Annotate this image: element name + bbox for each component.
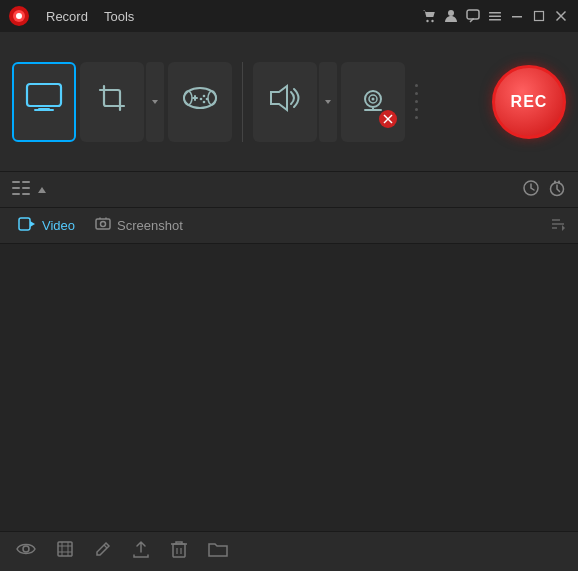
chevron-up-icon [36, 184, 48, 196]
svg-point-31 [372, 97, 375, 100]
video-tab-icon [18, 217, 36, 234]
app-logo [8, 5, 30, 27]
svg-point-25 [184, 91, 192, 105]
svg-point-2 [16, 13, 22, 19]
svg-marker-17 [152, 100, 158, 104]
svg-rect-45 [19, 218, 30, 230]
crop-icon [96, 82, 128, 121]
svg-rect-10 [512, 16, 522, 18]
user-icon[interactable] [442, 7, 460, 25]
audio-dropdown-button[interactable] [319, 62, 337, 142]
webcam-group [341, 62, 405, 142]
svg-marker-28 [325, 100, 331, 104]
svg-marker-52 [562, 225, 565, 231]
webcam-button[interactable] [341, 62, 405, 142]
svg-rect-38 [12, 193, 20, 195]
screenshot-tab-label: Screenshot [117, 218, 183, 233]
gamepad-icon [181, 84, 219, 119]
menu-record[interactable]: Record [38, 5, 96, 28]
svg-rect-9 [489, 19, 501, 21]
audio-button[interactable] [253, 62, 317, 142]
content-area [0, 244, 578, 531]
svg-point-3 [426, 20, 428, 22]
svg-point-26 [208, 91, 216, 105]
svg-point-4 [431, 20, 433, 22]
secondary-toolbar [0, 172, 578, 208]
screen-record-button[interactable] [12, 62, 76, 142]
tabs-sort-icon[interactable] [546, 212, 570, 240]
delete-icon[interactable] [170, 539, 188, 564]
svg-point-24 [203, 101, 206, 104]
video-tab-label: Video [42, 218, 75, 233]
cart-icon[interactable] [420, 7, 438, 25]
crop-region-group [80, 62, 164, 142]
history-icon[interactable] [522, 179, 540, 201]
svg-rect-34 [12, 181, 20, 183]
screenshot-tab-icon [95, 216, 111, 235]
tabs-bar: Video Screenshot [0, 208, 578, 244]
monitor-icon [25, 82, 63, 121]
crop-region-button[interactable] [80, 62, 144, 142]
svg-point-48 [101, 222, 106, 227]
svg-point-53 [23, 546, 29, 552]
svg-rect-16 [34, 109, 54, 111]
svg-point-21 [203, 95, 206, 98]
svg-rect-37 [22, 187, 30, 189]
dots-divider [415, 62, 418, 142]
svg-rect-36 [12, 187, 20, 189]
svg-rect-11 [535, 12, 544, 21]
main-toolbar: REC [0, 32, 578, 172]
svg-rect-43 [554, 180, 556, 183]
speaker-icon [267, 82, 303, 121]
chat-icon[interactable] [464, 7, 482, 25]
secondary-right-controls [522, 179, 566, 201]
svg-line-59 [104, 545, 107, 548]
edit-icon[interactable] [56, 540, 74, 563]
list-view-icon[interactable] [12, 180, 32, 200]
title-bar-controls [420, 7, 570, 25]
crop-dropdown-button[interactable] [146, 62, 164, 142]
upload-icon[interactable] [132, 539, 150, 564]
tab-video[interactable]: Video [8, 213, 85, 238]
svg-rect-7 [489, 12, 501, 14]
folder-icon[interactable] [208, 540, 228, 563]
draw-icon[interactable] [94, 540, 112, 563]
schedule-icon[interactable] [548, 179, 566, 201]
menu-tools[interactable]: Tools [96, 5, 142, 28]
rec-button[interactable]: REC [492, 65, 566, 139]
svg-rect-47 [96, 219, 110, 229]
svg-rect-6 [467, 10, 479, 19]
svg-marker-46 [30, 221, 35, 227]
svg-point-23 [200, 98, 203, 101]
svg-rect-39 [22, 193, 30, 195]
svg-point-5 [448, 10, 454, 16]
svg-rect-54 [58, 542, 72, 556]
svg-rect-8 [489, 16, 501, 18]
audio-group [253, 62, 337, 142]
svg-rect-14 [27, 84, 61, 106]
svg-marker-27 [271, 86, 287, 110]
svg-rect-60 [173, 544, 185, 557]
maximize-button[interactable] [530, 7, 548, 25]
hamburger-icon[interactable] [486, 7, 504, 25]
svg-marker-40 [38, 187, 46, 193]
rec-label: REC [511, 93, 548, 111]
svg-rect-44 [558, 180, 560, 183]
toolbar-divider [242, 62, 243, 142]
svg-rect-35 [22, 181, 30, 183]
close-button[interactable] [552, 7, 570, 25]
gamepad-button[interactable] [168, 62, 232, 142]
webcam-off-badge [379, 110, 397, 128]
title-bar: Record Tools [0, 0, 578, 32]
minimize-button[interactable] [508, 7, 526, 25]
tab-screenshot[interactable]: Screenshot [85, 212, 193, 239]
preview-icon[interactable] [16, 541, 36, 562]
bottom-toolbar [0, 531, 578, 571]
